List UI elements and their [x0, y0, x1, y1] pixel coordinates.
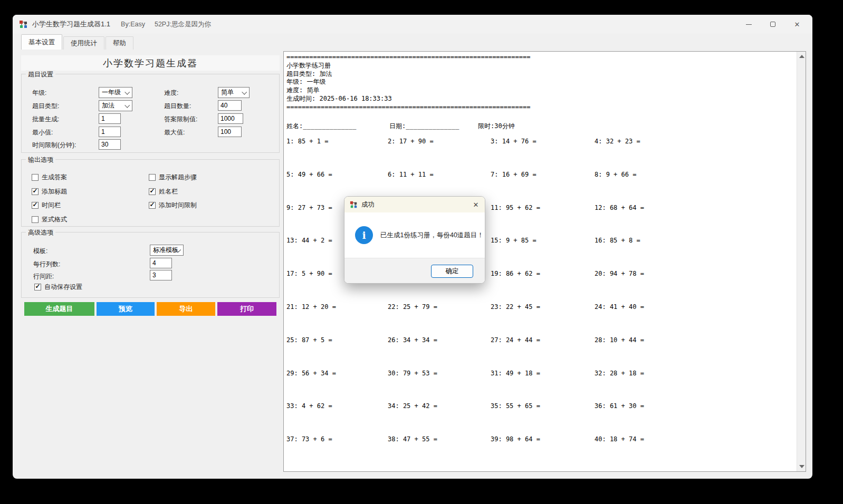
- problem-cell: 3: 14 + 76 =: [491, 138, 537, 145]
- template-value: 标准模板: [153, 246, 178, 255]
- problem-cell: 11: 95 + 62 =: [491, 204, 540, 211]
- grade-label: 年级:: [32, 89, 46, 97]
- grade-select[interactable]: 一年级: [99, 87, 132, 98]
- generate-button[interactable]: 生成题目: [24, 302, 94, 316]
- chevron-down-icon: [124, 103, 130, 108]
- problem-cell: 26: 34 + 34 =: [388, 336, 437, 344]
- question-count-input[interactable]: [218, 100, 242, 111]
- problem-row: 29: 56 + 34 =30: 79 + 53 =31: 49 + 18 =3…: [284, 370, 806, 378]
- problem-row: 1: 85 + 1 =2: 17 + 90 =3: 14 + 76 =4: 32…: [284, 138, 806, 146]
- group-advanced-options: 高级选项 模板: 标准模板 每行列数: 行间距: ✓ 自动保存设置: [21, 232, 280, 298]
- question-count-label: 题目数量:: [164, 102, 191, 110]
- tab-basic-settings[interactable]: 基本设置: [21, 34, 62, 50]
- max-value-label: 最大值:: [164, 128, 185, 137]
- name-field-checkbox[interactable]: ✓姓名栏: [149, 187, 178, 196]
- scroll-down-icon[interactable]: [799, 465, 804, 468]
- scroll-up-icon[interactable]: [799, 55, 804, 58]
- checkbox-label: 时间栏: [42, 201, 61, 210]
- close-icon: ✕: [473, 201, 479, 209]
- problem-row: 37: 73 + 6 =38: 47 + 55 =39: 98 + 64 =40…: [284, 435, 806, 444]
- problem-cell: 39: 98 + 64 =: [491, 435, 540, 443]
- question-type-select[interactable]: 加法: [99, 100, 132, 111]
- ok-button[interactable]: 确定: [431, 265, 473, 278]
- problem-cell: 29: 56 + 34 =: [286, 370, 336, 377]
- time-field-checkbox[interactable]: ✓时间栏: [32, 201, 61, 210]
- checkbox-icon: ✓: [32, 202, 39, 209]
- autosave-checkbox[interactable]: ✓ 自动保存设置: [34, 283, 82, 292]
- group-question-settings: 题目设置 年级: 一年级 难度: 简单 题目类型: 加法 题目数量: 批量生成:…: [21, 74, 280, 153]
- checkbox-icon: ✓: [32, 188, 39, 195]
- checkbox-label: 添加时间限制: [159, 201, 197, 210]
- chevron-down-icon: [124, 90, 130, 95]
- problem-cell: 6: 11 + 11 =: [388, 171, 434, 178]
- template-select[interactable]: 标准模板: [150, 245, 184, 256]
- vertical-format-checkbox[interactable]: ✓竖式格式: [32, 215, 67, 224]
- max-value-input[interactable]: [218, 127, 242, 137]
- dialog-close-button[interactable]: ✕: [467, 197, 485, 212]
- problem-cell: 15: 9 + 85 =: [491, 237, 537, 244]
- batch-input[interactable]: [99, 113, 121, 124]
- difficulty-value: 简单: [221, 88, 234, 97]
- problem-cell: 28: 10 + 44 =: [595, 336, 644, 344]
- print-button[interactable]: 打印: [217, 302, 276, 316]
- checkbox-label: 生成答案: [42, 173, 67, 182]
- row-spacing-label: 行间距:: [33, 272, 54, 280]
- row-spacing-input[interactable]: [150, 270, 172, 280]
- answer-limit-label: 答案限制值:: [164, 115, 197, 123]
- columns-per-row-input[interactable]: [150, 258, 172, 268]
- answer-limit-input[interactable]: [218, 113, 243, 124]
- problem-cell: 24: 41 + 40 =: [595, 303, 644, 311]
- batch-label: 批量生成:: [32, 115, 59, 123]
- preview-date-field: 日期:______________: [389, 122, 459, 131]
- window-credit: 52PJ:思念是因为你: [155, 20, 211, 29]
- problem-cell: 20: 94 + 78 =: [595, 270, 644, 277]
- question-type-label: 题目类型:: [32, 102, 59, 110]
- difficulty-select[interactable]: 简单: [218, 87, 250, 98]
- problem-cell: 9: 27 + 73 =: [286, 204, 332, 211]
- problem-cell: 5: 49 + 66 =: [286, 171, 332, 178]
- preview-header: ========================================…: [286, 53, 530, 112]
- preview-time-limit: 限时:30分钟: [478, 122, 515, 131]
- problem-row: 5: 49 + 66 =6: 11 + 11 =7: 16 + 69 =8: 9…: [284, 171, 806, 179]
- dialog-footer: 确定: [344, 258, 485, 284]
- generate-answers-checkbox[interactable]: ✓生成答案: [32, 173, 67, 182]
- close-button[interactable]: ✕: [785, 15, 809, 34]
- min-value-input[interactable]: [99, 127, 121, 137]
- time-limit-input[interactable]: [99, 139, 121, 150]
- problem-cell: 1: 85 + 1 =: [286, 138, 328, 145]
- problem-cell: 21: 12 + 20 =: [286, 303, 336, 311]
- preview-scrollbar[interactable]: [797, 52, 806, 471]
- title-bar: 小学生数学习题生成器1.1 By:Easy 52PJ:思念是因为你 ✕: [13, 15, 812, 34]
- problem-cell: 27: 24 + 44 =: [491, 336, 540, 344]
- min-value-label: 最小值:: [32, 128, 53, 137]
- app-icon: [19, 20, 28, 29]
- tab-help[interactable]: 帮助: [106, 36, 133, 50]
- tab-usage-stats[interactable]: 使用统计: [63, 36, 104, 50]
- problem-row: 25: 87 + 5 =26: 34 + 34 =27: 24 + 44 =28…: [284, 336, 806, 345]
- checkbox-icon: ✓: [149, 202, 156, 209]
- checkbox-label: 显示解题步骤: [159, 173, 197, 182]
- add-title-checkbox[interactable]: ✓添加标题: [32, 187, 67, 196]
- add-time-limit-checkbox[interactable]: ✓添加时间限制: [149, 201, 197, 210]
- problem-row: 21: 12 + 20 =22: 25 + 79 =23: 22 + 45 =2…: [284, 303, 806, 312]
- close-icon: ✕: [794, 21, 800, 28]
- export-button[interactable]: 导出: [157, 302, 215, 316]
- minimize-icon: [746, 24, 752, 25]
- maximize-button[interactable]: [761, 15, 785, 34]
- group-question-settings-label: 题目设置: [26, 70, 55, 79]
- checkbox-label: 添加标题: [42, 187, 67, 196]
- problem-cell: 7: 16 + 69 =: [491, 171, 537, 178]
- show-steps-checkbox[interactable]: ✓显示解题步骤: [149, 173, 197, 182]
- problem-cell: 40: 18 + 74 =: [595, 435, 644, 443]
- time-limit-label: 时间限制(分钟):: [32, 141, 76, 149]
- tab-strip: 基本设置使用统计帮助: [13, 34, 812, 50]
- checkbox-label: 姓名栏: [159, 187, 178, 196]
- grade-value: 一年级: [102, 88, 121, 97]
- window-byline: By:Easy: [121, 21, 145, 28]
- app-window: 小学生数学习题生成器1.1 By:Easy 52PJ:思念是因为你 ✕ 基本设置…: [13, 15, 812, 479]
- preview-button[interactable]: 预览: [97, 302, 155, 316]
- minimize-button[interactable]: [736, 15, 761, 34]
- page-title: 小学数学习题生成器: [21, 55, 280, 71]
- problem-cell: 30: 79 + 53 =: [388, 370, 437, 377]
- chevron-down-icon: [242, 90, 247, 95]
